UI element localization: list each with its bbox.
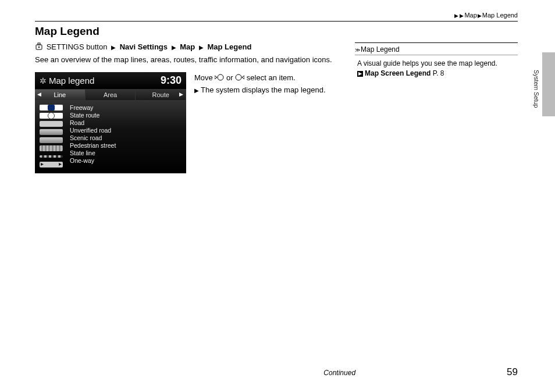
- settings-button-icon: [35, 42, 43, 52]
- legend-label-column: Freeway State route Road Unverified road…: [67, 104, 186, 168]
- chevron-right-icon: ▶: [172, 44, 176, 51]
- scenic-road-icon: [40, 137, 63, 143]
- continued-label: Continued: [323, 369, 355, 377]
- sidebar-link[interactable]: Map Screen Legend: [365, 69, 431, 77]
- road-icon: [40, 121, 63, 127]
- sidebar-heading: ≫Map Legend: [355, 45, 518, 55]
- link-icon: ▶: [357, 71, 363, 77]
- nav-path: SETTINGS button ▶ Navi Settings ▶ Map ▶ …: [35, 42, 337, 52]
- path-step: Navi Settings: [120, 42, 168, 51]
- legend-item: One-way: [70, 157, 186, 165]
- clock: 9:30: [161, 74, 182, 87]
- unverified-road-icon: [40, 129, 63, 135]
- instruction-result: The system displays the map legend.: [201, 85, 326, 94]
- breadcrumb-seg: Map Legend: [482, 12, 518, 19]
- page-title: Map Legend: [35, 25, 518, 38]
- double-chevron-icon: ≫: [355, 47, 359, 53]
- chevron-right-icon: ▶: [199, 44, 204, 51]
- chevron-right-icon: ▶: [460, 13, 464, 19]
- description: See an overview of the map lines, areas,…: [35, 55, 337, 65]
- thumb-tab[interactable]: [542, 52, 555, 116]
- freeway-icon: [40, 105, 63, 111]
- move-suffix: select an item.: [247, 73, 296, 82]
- path-step: Map: [180, 42, 195, 51]
- tab-route[interactable]: Route: [136, 90, 186, 100]
- legend-item: Scenic road: [70, 134, 186, 142]
- state-route-icon: [40, 113, 63, 119]
- state-line-icon: [40, 155, 63, 158]
- sidebar-body-text: A visual guide helps you see the map leg…: [357, 59, 515, 69]
- legend-item: State line: [70, 149, 186, 157]
- breadcrumb: ▶▶Map▶Map Legend: [35, 12, 518, 21]
- legend-item: Pedestrian street: [70, 142, 186, 149]
- section-tab-label: System Setup: [533, 70, 540, 108]
- tab-area[interactable]: Area: [86, 90, 136, 100]
- svg-rect-2: [38, 43, 40, 45]
- move-prefix: Move: [194, 73, 213, 82]
- chevron-right-icon: ▶: [194, 87, 199, 94]
- path-settings: SETTINGS button: [47, 42, 108, 51]
- main-column: SETTINGS button ▶ Navi Settings ▶ Map ▶ …: [35, 42, 337, 173]
- svg-point-5: [236, 74, 241, 80]
- knob-left-icon: [215, 73, 224, 84]
- svg-marker-4: [215, 76, 217, 79]
- sidebar-heading-text: Map Legend: [361, 45, 400, 54]
- or-text: or: [226, 73, 233, 82]
- page-number: 59: [507, 366, 518, 378]
- chevron-right-icon: ▶: [111, 44, 116, 51]
- svg-marker-6: [242, 76, 244, 79]
- path-step: Map Legend: [208, 42, 252, 51]
- gear-icon: ✲: [40, 76, 47, 85]
- svg-point-1: [38, 47, 40, 48]
- chevron-right-icon: ▶: [454, 13, 458, 19]
- divider: [35, 21, 518, 22]
- sidebar-column: ≫Map Legend A visual guide helps you see…: [355, 42, 518, 173]
- device-screenshot: ✲ Map legend 9:30 Line Area Route: [35, 72, 186, 173]
- page-footer: Continued 59: [35, 366, 518, 378]
- screenshot-tabs: Line Area Route: [35, 90, 186, 100]
- chevron-right-icon: ▶: [478, 13, 482, 19]
- svg-point-3: [218, 74, 223, 80]
- one-way-icon: [40, 162, 63, 168]
- legend-icon-column: [35, 104, 67, 168]
- page-ref: 8: [440, 69, 444, 77]
- page-ref-prefix: P.: [433, 69, 439, 77]
- legend-item: State route: [70, 112, 186, 119]
- legend-item: Unverified road: [70, 127, 186, 134]
- legend-item: Road: [70, 119, 186, 127]
- legend-item: Freeway: [70, 104, 186, 112]
- tab-line[interactable]: Line: [35, 90, 86, 100]
- breadcrumb-seg: Map: [464, 12, 476, 19]
- instruction-block: Move or select an item. ▶The system disp…: [194, 72, 326, 173]
- screenshot-title: Map legend: [49, 76, 161, 85]
- pedestrian-street-icon: [40, 145, 63, 151]
- knob-right-icon: [235, 73, 244, 84]
